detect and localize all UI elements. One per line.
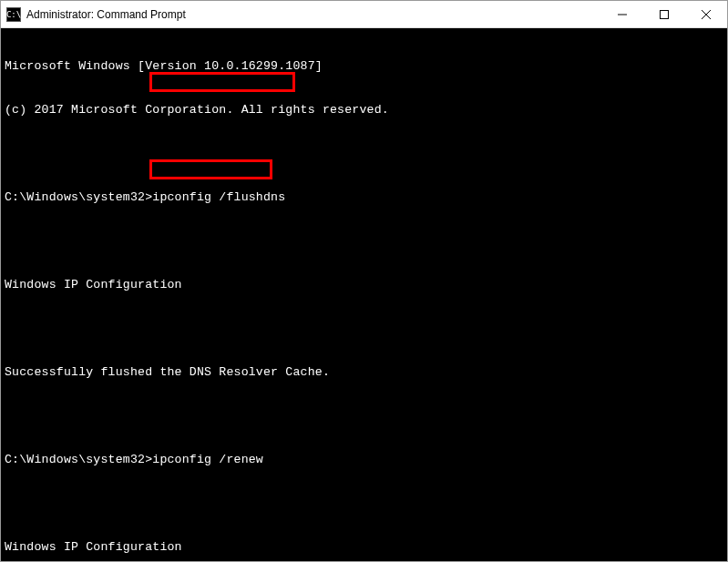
terminal-line: (c) 2017 Microsoft Corporation. All righ… [5,103,723,118]
svg-rect-1 [661,10,669,18]
terminal-area[interactable]: Microsoft Windows [Version 10.0.16299.10… [1,28,727,561]
terminal-line: C:\Windows\system32>ipconfig /flushdns [5,190,723,205]
command-prompt-window: C:\ Administrator: Command Prompt Micros… [0,0,728,562]
maximize-button[interactable] [643,1,685,27]
terminal-line [5,322,723,336]
terminal-line: C:\Windows\system32>ipconfig /renew [5,453,723,467]
terminal-line: Windows IP Configuration [5,540,723,555]
terminal-line [5,496,723,511]
terminal-line: Microsoft Windows [Version 10.0.16299.10… [5,59,723,74]
terminal-content: Microsoft Windows [Version 10.0.16299.10… [5,30,723,561]
window-title: Administrator: Command Prompt [26,8,601,21]
terminal-line [5,409,723,424]
close-button[interactable] [685,1,727,27]
titlebar[interactable]: C:\ Administrator: Command Prompt [1,1,727,28]
terminal-line: Windows IP Configuration [5,278,723,292]
terminal-line: Successfully flushed the DNS Resolver Ca… [5,365,723,380]
cmd-icon: C:\ [6,7,21,22]
minimize-button[interactable] [601,1,643,27]
window-controls [601,1,727,27]
terminal-line [5,234,723,249]
terminal-line [5,147,723,161]
